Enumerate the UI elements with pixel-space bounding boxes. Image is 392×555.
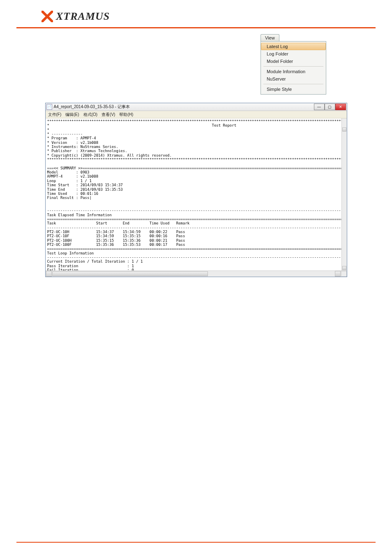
notepad-window: 📄 A4_report_2014-09-03_15-35-53 - 记事本 — … [45, 103, 347, 277]
scroll-right-icon[interactable] [335, 271, 341, 277]
logo-x-icon [41, 10, 53, 23]
notepad-menu-item[interactable]: 格式(O) [83, 112, 97, 118]
view-menu-tab[interactable]: View [261, 34, 279, 41]
brand-logo: XTRAMUS [41, 8, 376, 25]
view-menu-item[interactable]: Simple Style [261, 86, 326, 93]
notepad-app-icon: 📄 [46, 104, 52, 110]
scroll-down-icon[interactable] [342, 266, 346, 270]
brand-name: XTRAMUS [56, 10, 110, 23]
scroll-corner [341, 271, 347, 277]
view-menu-item[interactable]: Log Folder [261, 50, 326, 58]
notepad-menu-item[interactable]: 文件(F) [48, 112, 62, 118]
footer-divider [16, 542, 376, 543]
notepad-menu-item[interactable]: 帮助(H) [119, 112, 133, 118]
view-menu-item[interactable]: Latest Log [261, 43, 326, 50]
view-menu-item[interactable]: Model Folder [261, 58, 326, 65]
header-divider [16, 27, 376, 28]
menu-separator [263, 84, 323, 84]
notepad-menu-item[interactable]: 编辑(E) [65, 112, 79, 118]
notepad-titlebar: 📄 A4_report_2014-09-03_15-35-53 - 记事本 — … [46, 103, 347, 111]
view-menu: View Latest LogLog FolderModel FolderMod… [261, 34, 326, 95]
view-menu-item[interactable]: Module Information [261, 68, 326, 75]
close-button[interactable]: ✕ [335, 104, 346, 110]
minimize-button[interactable]: — [314, 104, 325, 110]
notepad-menubar: 文件(F)编辑(E)格式(O)查看(V)帮助(H) [46, 111, 347, 118]
notepad-menu-item[interactable]: 查看(V) [101, 112, 115, 118]
hscroll-thumb[interactable] [52, 271, 208, 276]
scroll-up-icon[interactable] [342, 127, 346, 132]
horizontal-scrollbar[interactable] [46, 271, 347, 277]
scroll-left-icon[interactable] [46, 271, 52, 277]
notepad-title: A4_report_2014-09-03_15-35-53 - 记事本 [54, 104, 312, 110]
notepad-text-area[interactable]: ****************************************… [46, 118, 347, 271]
maximize-button[interactable]: ▢ [325, 104, 335, 110]
menu-separator [263, 66, 323, 67]
view-menu-item[interactable]: NuServer [261, 75, 326, 83]
vertical-scrollbar[interactable] [341, 118, 347, 271]
